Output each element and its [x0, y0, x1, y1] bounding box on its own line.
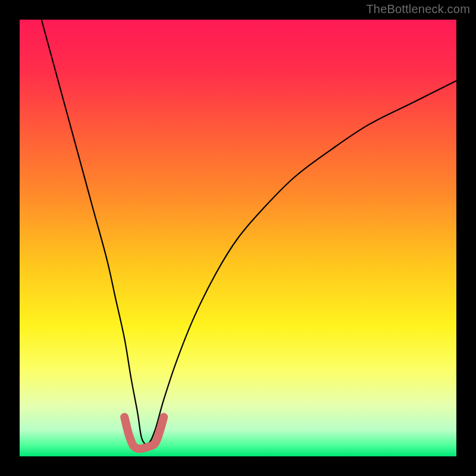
chart-frame: TheBottleneck.com	[0, 0, 476, 476]
watermark-text: TheBottleneck.com	[366, 2, 470, 16]
bottleneck-chart	[0, 0, 476, 476]
